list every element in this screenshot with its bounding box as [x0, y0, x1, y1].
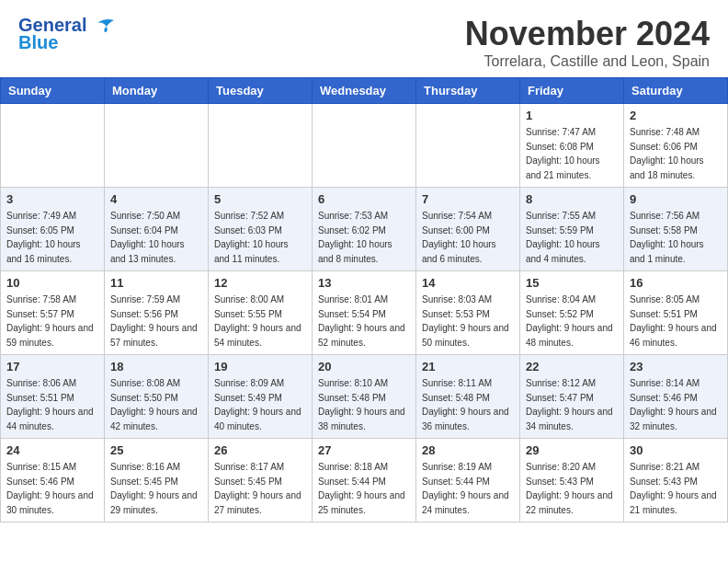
day-info: Sunrise: 8:00 AM Sunset: 5:55 PM Dayligh… [214, 293, 306, 350]
day-number: 28 [422, 443, 514, 457]
logo: General Blue [18, 15, 116, 53]
calendar-cell: 12Sunrise: 8:00 AM Sunset: 5:55 PM Dayli… [209, 271, 313, 355]
logo-bird-icon [88, 16, 116, 36]
day-number: 14 [422, 276, 514, 290]
weekday-header-row: SundayMondayTuesdayWednesdayThursdayFrid… [1, 78, 728, 104]
day-number: 6 [318, 192, 410, 206]
day-number: 3 [6, 192, 98, 206]
calendar-cell: 13Sunrise: 8:01 AM Sunset: 5:54 PM Dayli… [313, 271, 416, 355]
day-info: Sunrise: 8:06 AM Sunset: 5:51 PM Dayligh… [6, 376, 98, 433]
day-info: Sunrise: 7:55 AM Sunset: 5:59 PM Dayligh… [526, 209, 618, 266]
logo-blue: Blue [18, 32, 58, 53]
calendar-cell [209, 104, 313, 188]
calendar-cell: 7Sunrise: 7:54 AM Sunset: 6:00 PM Daylig… [416, 188, 520, 271]
calendar-cell [416, 104, 520, 188]
day-number: 29 [526, 443, 618, 457]
calendar-cell: 1Sunrise: 7:47 AM Sunset: 6:08 PM Daylig… [520, 104, 624, 188]
day-info: Sunrise: 8:21 AM Sunset: 5:43 PM Dayligh… [630, 460, 722, 517]
calendar-cell: 4Sunrise: 7:50 AM Sunset: 6:04 PM Daylig… [105, 188, 209, 271]
day-info: Sunrise: 8:08 AM Sunset: 5:50 PM Dayligh… [110, 376, 202, 433]
day-number: 11 [110, 276, 202, 290]
day-info: Sunrise: 7:49 AM Sunset: 6:05 PM Dayligh… [6, 209, 98, 266]
weekday-header-sunday: Sunday [1, 78, 105, 104]
calendar: SundayMondayTuesdayWednesdayThursdayFrid… [0, 77, 728, 523]
day-number: 4 [110, 192, 202, 206]
calendar-cell [313, 104, 416, 188]
day-number: 26 [214, 443, 306, 457]
calendar-cell: 6Sunrise: 7:53 AM Sunset: 6:02 PM Daylig… [313, 188, 416, 271]
calendar-cell: 11Sunrise: 7:59 AM Sunset: 5:56 PM Dayli… [105, 271, 209, 355]
header: General Blue November 2024 Torrelara, Ca… [0, 0, 728, 77]
day-number: 30 [630, 443, 722, 457]
weekday-header-tuesday: Tuesday [209, 78, 313, 104]
location: Torrelara, Castille and Leon, Spain [465, 53, 710, 70]
day-info: Sunrise: 7:54 AM Sunset: 6:00 PM Dayligh… [422, 209, 514, 266]
day-info: Sunrise: 8:16 AM Sunset: 5:45 PM Dayligh… [110, 460, 202, 517]
day-info: Sunrise: 7:53 AM Sunset: 6:02 PM Dayligh… [318, 209, 410, 266]
day-info: Sunrise: 8:12 AM Sunset: 5:47 PM Dayligh… [526, 376, 618, 433]
calendar-cell: 8Sunrise: 7:55 AM Sunset: 5:59 PM Daylig… [520, 188, 624, 271]
day-info: Sunrise: 8:01 AM Sunset: 5:54 PM Dayligh… [318, 293, 410, 350]
day-number: 24 [6, 443, 98, 457]
weekday-header-thursday: Thursday [416, 78, 520, 104]
day-info: Sunrise: 8:05 AM Sunset: 5:51 PM Dayligh… [630, 293, 722, 350]
week-row-2: 10Sunrise: 7:58 AM Sunset: 5:57 PM Dayli… [1, 271, 728, 355]
calendar-cell: 9Sunrise: 7:56 AM Sunset: 5:58 PM Daylig… [624, 188, 728, 271]
week-row-0: 1Sunrise: 7:47 AM Sunset: 6:08 PM Daylig… [1, 104, 728, 188]
day-info: Sunrise: 8:17 AM Sunset: 5:45 PM Dayligh… [214, 460, 306, 517]
day-number: 18 [110, 360, 202, 373]
calendar-cell: 22Sunrise: 8:12 AM Sunset: 5:47 PM Dayli… [520, 355, 624, 439]
day-info: Sunrise: 7:58 AM Sunset: 5:57 PM Dayligh… [6, 293, 98, 350]
day-number: 13 [318, 276, 410, 290]
day-number: 22 [526, 360, 618, 373]
day-number: 23 [630, 360, 722, 373]
calendar-cell: 17Sunrise: 8:06 AM Sunset: 5:51 PM Dayli… [1, 355, 105, 439]
calendar-cell: 18Sunrise: 8:08 AM Sunset: 5:50 PM Dayli… [105, 355, 209, 439]
day-number: 15 [526, 276, 618, 290]
week-row-4: 24Sunrise: 8:15 AM Sunset: 5:46 PM Dayli… [1, 439, 728, 523]
day-info: Sunrise: 8:14 AM Sunset: 5:46 PM Dayligh… [630, 376, 722, 433]
calendar-cell: 27Sunrise: 8:18 AM Sunset: 5:44 PM Dayli… [313, 439, 416, 523]
calendar-cell: 16Sunrise: 8:05 AM Sunset: 5:51 PM Dayli… [624, 271, 728, 355]
calendar-cell: 2Sunrise: 7:48 AM Sunset: 6:06 PM Daylig… [624, 104, 728, 188]
day-number: 10 [6, 276, 98, 290]
day-number: 5 [214, 192, 306, 206]
calendar-cell [105, 104, 209, 188]
calendar-cell: 10Sunrise: 7:58 AM Sunset: 5:57 PM Dayli… [1, 271, 105, 355]
day-info: Sunrise: 8:10 AM Sunset: 5:48 PM Dayligh… [318, 376, 410, 433]
title-section: November 2024 Torrelara, Castille and Le… [465, 15, 710, 70]
day-number: 21 [422, 360, 514, 373]
day-number: 17 [6, 360, 98, 373]
day-info: Sunrise: 8:18 AM Sunset: 5:44 PM Dayligh… [318, 460, 410, 517]
calendar-cell: 30Sunrise: 8:21 AM Sunset: 5:43 PM Dayli… [624, 439, 728, 523]
day-info: Sunrise: 7:56 AM Sunset: 5:58 PM Dayligh… [630, 209, 722, 266]
weekday-header-friday: Friday [520, 78, 624, 104]
day-info: Sunrise: 7:47 AM Sunset: 6:08 PM Dayligh… [526, 125, 618, 182]
calendar-cell: 5Sunrise: 7:52 AM Sunset: 6:03 PM Daylig… [209, 188, 313, 271]
day-info: Sunrise: 8:19 AM Sunset: 5:44 PM Dayligh… [422, 460, 514, 517]
day-info: Sunrise: 7:52 AM Sunset: 6:03 PM Dayligh… [214, 209, 306, 266]
day-number: 27 [318, 443, 410, 457]
day-number: 12 [214, 276, 306, 290]
week-row-1: 3Sunrise: 7:49 AM Sunset: 6:05 PM Daylig… [1, 188, 728, 271]
day-info: Sunrise: 7:59 AM Sunset: 5:56 PM Dayligh… [110, 293, 202, 350]
calendar-cell: 15Sunrise: 8:04 AM Sunset: 5:52 PM Dayli… [520, 271, 624, 355]
calendar-cell: 21Sunrise: 8:11 AM Sunset: 5:48 PM Dayli… [416, 355, 520, 439]
week-row-3: 17Sunrise: 8:06 AM Sunset: 5:51 PM Dayli… [1, 355, 728, 439]
day-info: Sunrise: 8:11 AM Sunset: 5:48 PM Dayligh… [422, 376, 514, 433]
calendar-cell: 14Sunrise: 8:03 AM Sunset: 5:53 PM Dayli… [416, 271, 520, 355]
calendar-cell: 28Sunrise: 8:19 AM Sunset: 5:44 PM Dayli… [416, 439, 520, 523]
weekday-header-monday: Monday [105, 78, 209, 104]
calendar-cell [1, 104, 105, 188]
day-number: 20 [318, 360, 410, 373]
day-info: Sunrise: 8:20 AM Sunset: 5:43 PM Dayligh… [526, 460, 618, 517]
calendar-cell: 23Sunrise: 8:14 AM Sunset: 5:46 PM Dayli… [624, 355, 728, 439]
day-number: 9 [630, 192, 722, 206]
day-info: Sunrise: 8:04 AM Sunset: 5:52 PM Dayligh… [526, 293, 618, 350]
day-number: 8 [526, 192, 618, 206]
day-info: Sunrise: 8:09 AM Sunset: 5:49 PM Dayligh… [214, 376, 306, 433]
day-info: Sunrise: 8:03 AM Sunset: 5:53 PM Dayligh… [422, 293, 514, 350]
day-info: Sunrise: 7:48 AM Sunset: 6:06 PM Dayligh… [630, 125, 722, 182]
calendar-cell: 20Sunrise: 8:10 AM Sunset: 5:48 PM Dayli… [313, 355, 416, 439]
day-number: 16 [630, 276, 722, 290]
